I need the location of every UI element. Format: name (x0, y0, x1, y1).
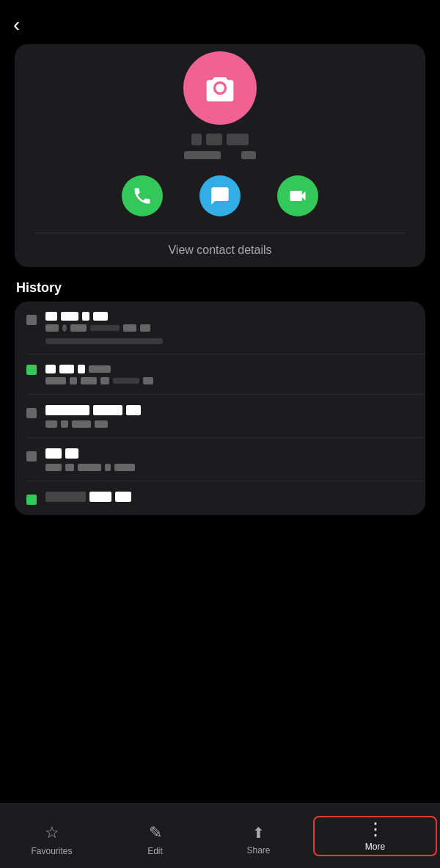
history-item-content (45, 492, 414, 502)
nav-more-label: More (365, 842, 385, 852)
view-contact-link[interactable]: View contact details (15, 233, 425, 267)
call-type-icon (26, 408, 37, 418)
back-button[interactable]: ‹ (13, 13, 20, 37)
nav-favourites[interactable]: ☆ Favourites (0, 816, 103, 856)
history-item[interactable] (15, 302, 425, 354)
star-icon: ☆ (45, 823, 59, 842)
call-button[interactable] (122, 175, 163, 216)
nav-share-label: Share (246, 845, 270, 856)
history-item[interactable] (15, 395, 425, 438)
call-type-icon (26, 315, 37, 325)
contact-name-area (184, 134, 256, 159)
missed-call-icon (26, 365, 37, 375)
history-item-content (45, 365, 414, 384)
nav-favourites-label: Favourites (31, 846, 72, 856)
history-item[interactable] (15, 354, 425, 395)
call-type-icon (26, 451, 37, 462)
more-icon: ⋮ (367, 820, 384, 838)
nav-edit-label: Edit (147, 846, 163, 856)
contact-card: View contact details (15, 44, 425, 267)
video-icon (287, 186, 308, 206)
action-row (122, 175, 318, 216)
message-button[interactable] (199, 175, 241, 216)
message-icon (210, 186, 230, 206)
share-icon: ⬆ (252, 824, 265, 842)
edit-icon: ✎ (149, 823, 162, 842)
camera-icon (204, 72, 236, 104)
history-item[interactable] (15, 438, 425, 481)
history-item[interactable] (15, 481, 425, 515)
bottom-nav: ☆ Favourites ✎ Edit ⬆ Share ⋮ More (0, 803, 440, 868)
history-item-content (45, 312, 414, 344)
nav-share[interactable]: ⬆ Share (207, 817, 310, 856)
video-button[interactable] (277, 175, 318, 216)
call-type-icon (26, 495, 37, 505)
history-card (15, 302, 425, 515)
nav-edit[interactable]: ✎ Edit (103, 816, 207, 856)
avatar[interactable] (183, 51, 257, 125)
history-label: History (16, 280, 424, 296)
nav-more[interactable]: ⋮ More (313, 816, 437, 856)
phone-icon (132, 186, 153, 206)
history-item-content (45, 448, 414, 471)
history-item-content (45, 405, 414, 428)
